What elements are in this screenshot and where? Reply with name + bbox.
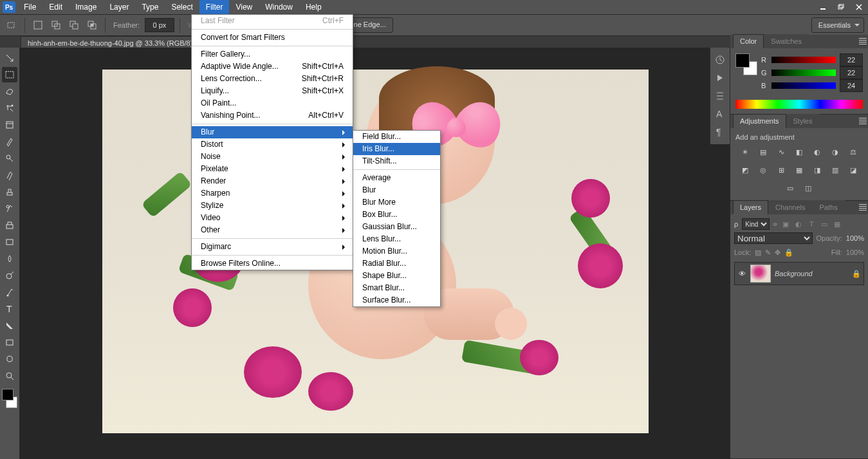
menu-item-radial-blur[interactable]: Radial Blur... xyxy=(353,258,440,270)
menu-item-iris-blur[interactable]: Iris Blur... xyxy=(353,143,440,155)
window-restore-button[interactable] xyxy=(832,0,850,14)
opacity-value[interactable]: 100% xyxy=(846,234,864,242)
tab-styles[interactable]: Styles xyxy=(786,114,820,128)
lasso-tool[interactable] xyxy=(2,84,17,99)
type-tool[interactable]: T xyxy=(2,301,17,317)
lock-position-icon[interactable]: ✥ xyxy=(775,248,780,257)
properties-panel-icon[interactable] xyxy=(714,90,726,102)
menu-item-stylize[interactable]: Stylize xyxy=(192,200,353,212)
eyedropper-tool[interactable] xyxy=(2,134,17,149)
adjustment-invert-icon[interactable]: ◨ xyxy=(810,163,824,177)
menu-item-oil-paint[interactable]: Oil Paint... xyxy=(192,97,353,109)
menu-item-adaptive-wide-angle[interactable]: Adaptive Wide Angle...Shift+Ctrl+A xyxy=(192,61,353,73)
menu-window[interactable]: Window xyxy=(259,0,299,14)
dodge-tool[interactable] xyxy=(2,268,17,283)
add-to-selection-icon[interactable] xyxy=(48,17,64,33)
rectangle-tool[interactable] xyxy=(2,335,17,350)
menu-item-distort[interactable]: Distort xyxy=(192,138,353,151)
menu-item-tilt-shift[interactable]: Tilt-Shift... xyxy=(353,155,440,170)
menu-image[interactable]: Image xyxy=(69,0,103,14)
feather-input[interactable] xyxy=(145,18,174,32)
actions-panel-icon[interactable] xyxy=(714,72,726,84)
subtract-from-selection-icon[interactable] xyxy=(66,17,82,33)
fill-value[interactable]: 100% xyxy=(846,248,864,256)
window-minimize-button[interactable] xyxy=(814,0,832,14)
crop-tool[interactable] xyxy=(2,117,17,133)
panel-menu-icon[interactable] xyxy=(859,204,867,211)
adjustment-threshold-icon[interactable]: ◪ xyxy=(846,163,860,177)
filter-type-icon[interactable]: T xyxy=(806,219,817,229)
window-close-button[interactable] xyxy=(850,0,868,14)
tab-adjustments[interactable]: Adjustments xyxy=(733,114,786,128)
adjustment-selective-color-icon[interactable]: ◫ xyxy=(801,181,815,195)
menu-item-lens-correction[interactable]: Lens Correction...Shift+Ctrl+R xyxy=(192,73,353,85)
b-input[interactable] xyxy=(840,79,863,92)
adjustment-color-lookup-icon[interactable]: ▦ xyxy=(792,163,806,177)
menu-item-blur[interactable]: Blur xyxy=(192,126,353,138)
menu-item-browse-filters-online[interactable]: Browse Filters Online... xyxy=(192,258,353,270)
b-slider[interactable] xyxy=(771,82,836,89)
magic-wand-tool[interactable] xyxy=(2,100,17,116)
menu-type[interactable]: Type xyxy=(135,0,165,14)
menu-help[interactable]: Help xyxy=(299,0,328,14)
menu-select[interactable]: Select xyxy=(165,0,199,14)
character-panel-icon[interactable]: A xyxy=(714,108,726,120)
layer-thumbnail[interactable] xyxy=(750,265,771,283)
menu-layer[interactable]: Layer xyxy=(103,0,135,14)
r-input[interactable] xyxy=(840,53,863,66)
menu-item-liquify[interactable]: Liquify...Shift+Ctrl+X xyxy=(192,85,353,97)
adjustment-posterize-icon[interactable]: ▥ xyxy=(828,163,842,177)
lock-all-icon[interactable]: 🔒 xyxy=(784,248,793,257)
paragraph-panel-icon[interactable]: ¶ xyxy=(714,126,726,138)
tab-channels[interactable]: Channels xyxy=(768,200,812,214)
move-tool[interactable] xyxy=(2,50,17,66)
zoom-tool[interactable] xyxy=(2,368,17,384)
layer-item-background[interactable]: 👁 Background 🔒 xyxy=(734,262,864,285)
menu-item-other[interactable]: Other xyxy=(192,224,353,239)
g-slider[interactable] xyxy=(771,70,836,76)
menu-item-digimarc[interactable]: Digimarc xyxy=(192,241,353,256)
eraser-tool[interactable] xyxy=(2,218,17,233)
brush-tool[interactable] xyxy=(2,167,17,183)
adjustment-bw-icon[interactable]: ◩ xyxy=(738,163,752,177)
menu-item-sharpen[interactable]: Sharpen xyxy=(192,187,353,200)
adjustment-photo-filter-icon[interactable]: ◎ xyxy=(756,163,770,177)
menu-item-gaussian-blur[interactable]: Gaussian Blur... xyxy=(353,221,440,233)
spot-healing-tool[interactable] xyxy=(2,151,17,166)
history-brush-tool[interactable] xyxy=(2,201,17,216)
lock-image-icon[interactable]: ✎ xyxy=(765,248,771,257)
menu-item-motion-blur[interactable]: Motion Blur... xyxy=(353,245,440,258)
panel-menu-icon[interactable] xyxy=(859,118,867,124)
menu-file[interactable]: File xyxy=(17,0,42,14)
clone-stamp-tool[interactable] xyxy=(2,184,17,200)
menu-edit[interactable]: Edit xyxy=(42,0,69,14)
color-spectrum[interactable] xyxy=(735,100,863,109)
menu-item-surface-blur[interactable]: Surface Blur... xyxy=(353,294,440,306)
menu-item-noise[interactable]: Noise xyxy=(192,151,353,163)
adjustment-curves-icon[interactable]: ∿ xyxy=(774,145,788,159)
menu-item-field-blur[interactable]: Field Blur... xyxy=(353,131,440,143)
fg-color-swatch[interactable] xyxy=(735,53,750,68)
menu-item-filter-gallery[interactable]: Filter Gallery... xyxy=(192,48,353,61)
filter-shape-icon[interactable]: ▭ xyxy=(819,219,829,229)
menu-item-smart-blur[interactable]: Smart Blur... xyxy=(353,282,440,294)
filter-smart-icon[interactable]: ▦ xyxy=(832,219,842,229)
menu-item-blur[interactable]: Blur xyxy=(353,184,440,196)
tab-swatches[interactable]: Swatches xyxy=(764,34,809,48)
panel-menu-icon[interactable] xyxy=(859,38,867,44)
path-selection-tool[interactable] xyxy=(2,318,17,333)
adjustment-levels-icon[interactable]: ▤ xyxy=(756,145,770,159)
rectangular-marquee-tool[interactable] xyxy=(2,67,17,82)
foreground-background-swatches[interactable] xyxy=(2,389,17,408)
workspace-selector[interactable]: Essentials xyxy=(811,17,864,33)
visibility-toggle-icon[interactable]: 👁 xyxy=(737,269,746,278)
blur-tool[interactable] xyxy=(2,251,17,267)
intersect-selection-icon[interactable] xyxy=(84,17,100,33)
tab-color[interactable]: Color xyxy=(733,34,764,48)
lock-transparency-icon[interactable]: ▨ xyxy=(755,248,761,257)
menu-item-pixelate[interactable]: Pixelate xyxy=(192,163,353,175)
tool-preset-icon[interactable] xyxy=(4,17,19,33)
layer-name[interactable]: Background xyxy=(775,270,813,277)
history-panel-icon[interactable] xyxy=(714,54,726,66)
menu-item-blur-more[interactable]: Blur More xyxy=(353,196,440,209)
